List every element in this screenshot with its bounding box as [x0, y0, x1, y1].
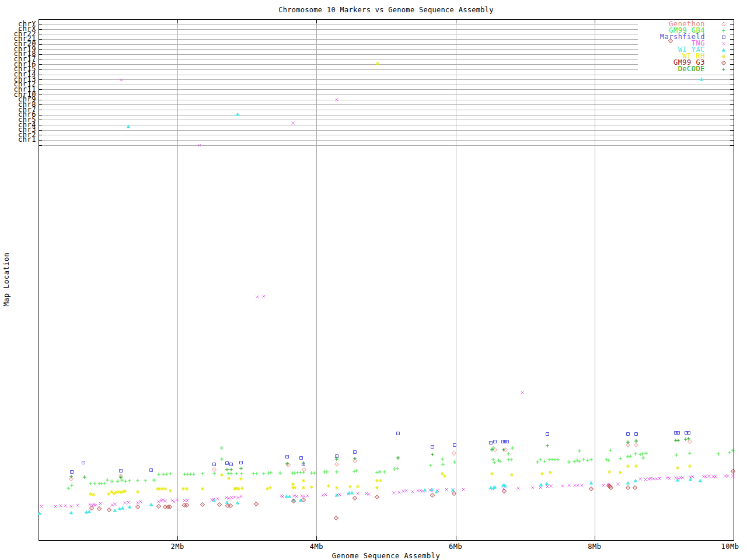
series-points-genethon [69, 440, 692, 481]
plot-area: chrYchrXchr22chr21chr20chr19chr18chr17ch… [0, 0, 747, 560]
series-points-wi-yac [38, 78, 704, 515]
series-points-wi-rh [89, 62, 692, 496]
plot-border [39, 20, 734, 541]
x-tick-label: 8Mb [588, 542, 601, 551]
x-tick-label: 2Mb [171, 542, 184, 551]
y-tick-label: chr1 [18, 135, 36, 144]
legend-asterisk-icon [722, 55, 725, 58]
legend-label: DeCODE [678, 65, 705, 73]
chart-screen: Chromosome 10 Markers vs Genome Sequence… [0, 0, 747, 560]
series-points-tng [40, 79, 735, 508]
series-points-gm99-gb4 [67, 446, 735, 490]
x-tick-label: 6Mb [449, 542, 462, 551]
axis-ticks [39, 19, 734, 540]
x-tick-label: 10Mb [721, 542, 739, 551]
series-points-gm99-g3 [90, 39, 735, 520]
series-points-marshfield [71, 432, 690, 474]
x-tick-label: 4Mb [310, 542, 323, 551]
